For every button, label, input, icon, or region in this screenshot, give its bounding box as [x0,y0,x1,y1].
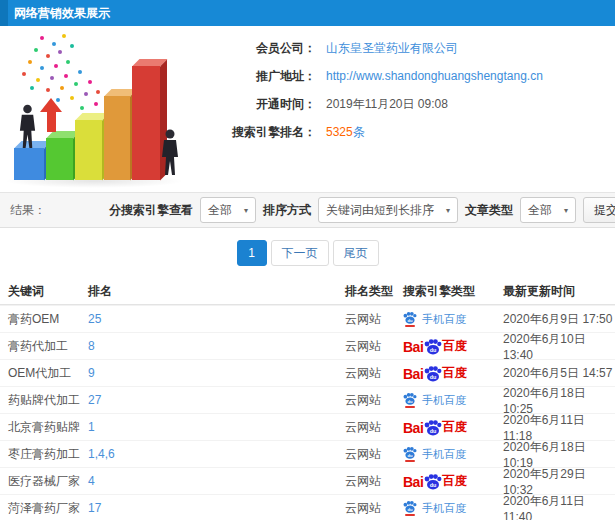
promo-url-link[interactable]: http://www.shandonghuangshengtang.cn [326,69,543,83]
mobile-baidu-label: 手机百度 [422,447,466,462]
svg-text:du: du [407,317,413,322]
engine-cell: du 手机百度 [403,447,503,462]
submit-button[interactable]: 提交 [583,197,615,223]
last-page-button[interactable]: 尾页 [333,240,379,266]
keywords-table: 关键词 排名 排名类型 搜索引擎类型 最新更新时间 膏药OEM 25 云网站 d… [0,278,615,520]
rank-unit: 条 [353,125,365,139]
updated-time-cell: 2020年6月9日 17:50 [503,311,615,328]
chevron-down-icon: ▾ [244,206,248,215]
baidu-logo: Bai du 百度 [403,419,467,436]
promo-url-label: 推广地址： [198,68,316,85]
page-title: 网络营销效果展示 [14,5,110,22]
table-row: OEM代加工 9 云网站 Bai du 百度 2020年6月5日 14:57 [0,359,615,386]
company-link[interactable]: 山东皇圣堂药业有限公司 [326,40,458,57]
company-label: 会员公司： [198,40,316,57]
updated-time-cell: 2020年6月11日 11:40 [503,493,615,520]
header-rank-type: 排名类型 [345,283,403,300]
keyword-cell: 膏药OEM [8,311,88,328]
svg-text:du: du [407,506,413,511]
svg-text:du: du [407,452,413,457]
keyword-cell: 医疗器械厂家 [8,473,88,490]
opened-time-label: 开通时间： [198,96,316,113]
marketing-chart-illustration [0,30,195,190]
table-row: 膏药代加工 8 云网站 Bai du 百度 2020年6月10日 13:40 [0,332,615,359]
table-row: 膏药OEM 25 云网站 du 手机百度 2020年6月9日 17:50 [0,305,615,332]
header-rank: 排名 [88,283,345,300]
businessman-right-icon [160,128,180,178]
engine-rank-label: 搜索引擎排名： [198,124,316,141]
app-header: 网络营销效果展示 [0,0,615,26]
growth-arrow-icon [40,98,62,132]
article-type-label: 文章类型 [465,202,513,219]
engine-cell: Bai du 百度 [403,473,503,490]
page-button-current[interactable]: 1 [237,240,267,266]
rank-link[interactable]: 1,4,6 [88,447,115,461]
rank-count: 5325 [326,125,353,139]
result-label: 结果： [10,202,46,219]
keyword-cell: 膏药代加工 [8,338,88,355]
engine-filter-label: 分搜索引擎查看 [109,202,193,219]
mobile-baidu-icon: du 手机百度 [403,393,466,408]
pagination: 1 下一页 尾页 [0,228,615,278]
table-row: 医疗器械厂家 4 云网站 Bai du 百度 2020年5月29日 10:32 [0,467,615,494]
keyword-cell: 药贴牌代加工 [8,392,88,409]
rank-type-cell: 云网站 [345,338,403,355]
rank-link[interactable]: 1 [88,420,95,434]
rank-link[interactable]: 27 [88,393,101,407]
table-row: 菏泽膏药厂家 17 云网站 du 手机百度 2020年6月11日 11:40 [0,494,615,520]
rank-link[interactable]: 17 [88,501,101,515]
rank-type-cell: 云网站 [345,311,403,328]
svg-text:du: du [430,373,437,379]
engine-filter-select[interactable]: 全部 ▾ [200,197,256,223]
mobile-baidu-icon: du 手机百度 [403,447,466,462]
mobile-baidu-label: 手机百度 [422,393,466,408]
sort-filter-select[interactable]: 关键词由短到长排序 ▾ [318,197,458,223]
bar-green [46,138,73,180]
opened-time-value: 2019年11月20日 09:08 [326,96,448,113]
keyword-cell: 北京膏药贴牌 [8,419,88,436]
engine-cell: du 手机百度 [403,393,503,408]
keyword-cell: 菏泽膏药厂家 [8,500,88,517]
table-row: 北京膏药贴牌 1 云网站 Bai du 百度 2020年6月11日 11:18 [0,413,615,440]
mobile-baidu-label: 手机百度 [422,501,466,516]
rank-type-cell: 云网站 [345,500,403,517]
chevron-down-icon: ▾ [564,206,568,215]
mobile-baidu-icon: du 手机百度 [403,312,466,327]
rank-type-cell: 云网站 [345,392,403,409]
header-engine: 搜索引擎类型 [403,283,503,300]
mobile-baidu-icon: du 手机百度 [403,501,466,516]
businessman-left-icon [18,104,37,150]
info-row-opened: 开通时间： 2019年11月20日 09:08 [198,90,615,118]
next-page-button[interactable]: 下一页 [271,240,329,266]
chevron-down-icon: ▾ [446,206,450,215]
info-row-rank: 搜索引擎排名： 5325条 [198,118,615,146]
engine-cell: du 手机百度 [403,312,503,327]
rank-type-cell: 云网站 [345,446,403,463]
sort-filter-label: 排序方式 [263,202,311,219]
svg-text:du: du [407,398,413,403]
bar-blue [14,148,44,180]
rank-type-cell: 云网站 [345,419,403,436]
filter-bar: 结果： 分搜索引擎查看 全部 ▾ 排序方式 关键词由短到长排序 ▾ 文章类型 全… [0,192,615,228]
keyword-cell: OEM代加工 [8,365,88,382]
filter-group: 分搜索引擎查看 全部 ▾ 排序方式 关键词由短到长排序 ▾ 文章类型 全部 ▾ … [109,197,615,223]
rank-link[interactable]: 25 [88,312,101,326]
rank-link[interactable]: 4 [88,474,95,488]
bar-orange [104,96,130,180]
keyword-cell: 枣庄膏药加工 [8,446,88,463]
svg-text:du: du [430,481,437,487]
info-row-url: 推广地址： http://www.shandonghuangshengtang.… [198,62,615,90]
svg-text:du: du [430,346,437,352]
updated-time-cell: 2020年6月5日 14:57 [503,365,615,382]
mobile-baidu-label: 手机百度 [422,312,466,327]
engine-cell: Bai du 百度 [403,338,503,355]
info-row-company: 会员公司： 山东皇圣堂药业有限公司 [198,34,615,62]
baidu-logo: Bai du 百度 [403,473,467,490]
rank-link[interactable]: 8 [88,339,95,353]
article-type-select[interactable]: 全部 ▾ [520,197,576,223]
table-row: 药贴牌代加工 27 云网站 du 手机百度 2020年6月18日 10:25 [0,386,615,413]
rank-link[interactable]: 9 [88,366,95,380]
header-updated: 最新更新时间 [503,283,615,300]
engine-cell: Bai du 百度 [403,419,503,436]
baidu-logo: Bai du 百度 [403,365,467,382]
